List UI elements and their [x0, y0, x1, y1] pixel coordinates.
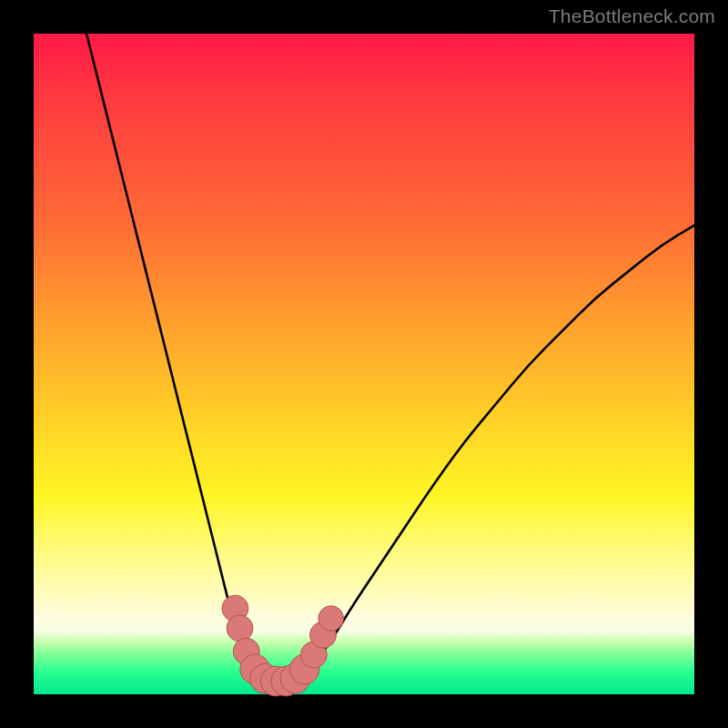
chart-frame: TheBottleneck.com — [0, 0, 728, 728]
watermark-text: TheBottleneck.com — [549, 5, 715, 27]
curve-marker — [318, 606, 344, 632]
curve-path — [86, 34, 694, 681]
bottleneck-curve — [34, 34, 694, 694]
curve-marker — [227, 615, 253, 642]
plot-area — [34, 34, 694, 694]
